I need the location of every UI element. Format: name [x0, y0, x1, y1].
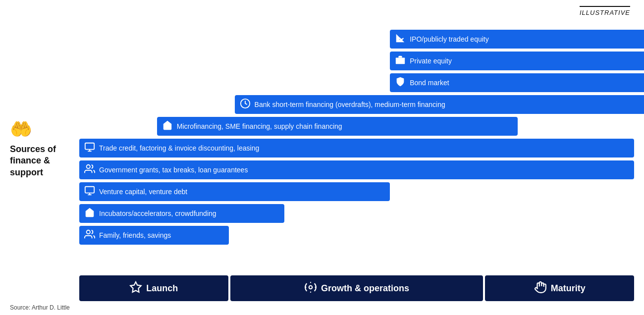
bar-icon-incubators: [84, 207, 95, 220]
bar-icon-ipo: [395, 33, 406, 46]
svg-marker-11: [130, 282, 141, 292]
stage-label-launch: Launch: [146, 283, 178, 294]
bar-bank-financing: Bank short-term financing (overdrafts), …: [235, 95, 644, 114]
bar-trade-credit: Trade credit, factoring & invoice discou…: [79, 139, 634, 158]
bar-incubators: Incubators/accelerators, crowdfunding: [79, 204, 284, 223]
bar-label-private-equity: Private equity: [410, 57, 452, 65]
bar-microfinancing: Microfinancing, SME financing, supply ch…: [157, 117, 518, 136]
bar-government-grants: Government grants, tax breaks, loan guar…: [79, 160, 634, 179]
bar-label-trade-credit: Trade credit, factoring & invoice discou…: [99, 144, 259, 152]
stage-label-maturity: Maturity: [551, 283, 586, 294]
bar-label-venture-capital: Venture capital, venture debt: [99, 188, 187, 196]
sources-label: Sources offinance &support: [10, 144, 74, 178]
bar-bond-market: Bond market: [390, 73, 644, 92]
bar-icon-trade-credit: [84, 142, 95, 155]
bar-venture-capital: Venture capital, venture debt: [79, 182, 390, 201]
svg-point-6: [87, 164, 90, 168]
illustrative-label: ILLUSTRATIVE: [580, 6, 630, 16]
page-container: ILLUSTRATIVE 🤲 Sources offinance &suppor…: [0, 0, 644, 315]
bar-family: Family, friends, savings: [79, 226, 229, 245]
bar-icon-bank-financing: [240, 98, 251, 111]
stage-label-growth: Growth & operations: [321, 283, 409, 294]
svg-rect-3: [85, 143, 94, 149]
bar-label-family: Family, friends, savings: [99, 231, 171, 239]
bar-label-microfinancing: Microfinancing, SME financing, supply ch…: [177, 122, 342, 130]
source-credit: Source: Arthur D. Little: [10, 304, 70, 311]
svg-point-10: [87, 230, 90, 233]
bar-icon-government-grants: [84, 163, 95, 177]
chart-area: IPO/publicly traded equity Private equit…: [79, 30, 634, 275]
stage-icon-growth: [304, 281, 317, 296]
bar-label-ipo: IPO/publicly traded equity: [410, 35, 489, 43]
bar-icon-private-equity: [395, 54, 406, 68]
stages-container: Launch Growth & operations Maturity: [79, 275, 634, 301]
bar-icon-microfinancing: [162, 120, 173, 133]
stage-launch: Launch: [79, 275, 228, 301]
bar-label-incubators: Incubators/accelerators, crowdfunding: [99, 210, 216, 217]
bar-label-government-grants: Government grants, tax breaks, loan guar…: [99, 166, 248, 174]
svg-rect-7: [85, 186, 94, 193]
hand-coin-icon: 🤲: [10, 119, 74, 140]
bar-private-equity: Private equity: [390, 52, 644, 70]
svg-point-12: [309, 285, 313, 289]
stage-icon-launch: [129, 281, 142, 296]
bar-icon-bond-market: [395, 76, 406, 90]
bar-icon-family: [84, 229, 95, 242]
left-section: 🤲 Sources offinance &support: [10, 119, 74, 178]
stage-icon-maturity: [534, 281, 547, 296]
stage-maturity: Maturity: [485, 275, 634, 301]
bar-icon-venture-capital: [84, 185, 95, 199]
bar-label-bond-market: Bond market: [410, 79, 449, 87]
bar-label-bank-financing: Bank short-term financing (overdrafts), …: [255, 101, 445, 108]
bar-ipo: IPO/publicly traded equity: [390, 30, 644, 49]
stage-growth: Growth & operations: [230, 275, 483, 301]
